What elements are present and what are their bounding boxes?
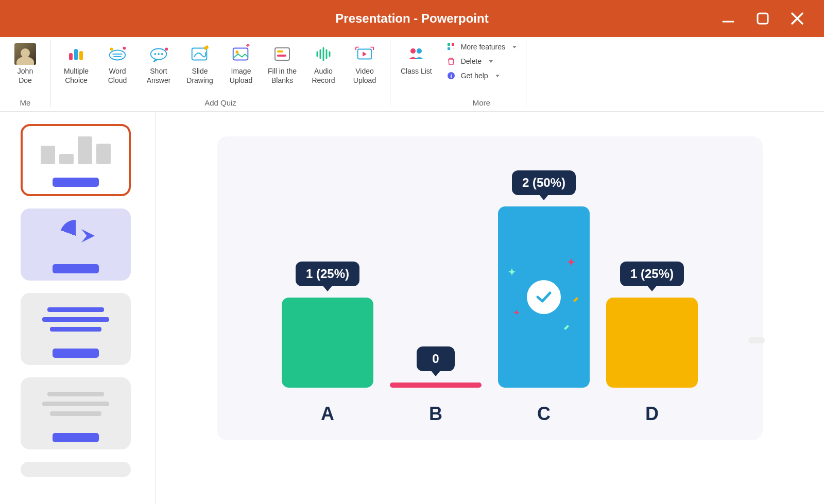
bar-label: D	[645, 403, 659, 425]
more-features-button[interactable]: + More features	[447, 42, 517, 51]
ribbon-group-label-more: More	[447, 98, 517, 109]
bar-tooltip: 2 (50%)	[512, 170, 576, 195]
audio-record-button[interactable]: Audio Record	[307, 41, 339, 87]
svg-rect-5	[74, 49, 78, 60]
ribbon-group-label-me: Me	[9, 98, 41, 109]
get-help-button[interactable]: i Get help	[447, 71, 517, 80]
ribbon-group-label-quiz: Add Quiz	[60, 98, 381, 109]
short-answer-button[interactable]: Short Answer	[143, 41, 175, 87]
chart-bar-b: 0 B	[389, 346, 482, 425]
bar-tooltip: 1 (25%)	[620, 262, 684, 286]
svg-rect-38	[564, 325, 569, 330]
svg-text:+: +	[453, 46, 455, 51]
svg-rect-22	[277, 55, 286, 57]
maximize-button[interactable]	[756, 12, 769, 25]
bar-rect	[282, 298, 373, 388]
video-upload-button[interactable]: Video Upload	[349, 41, 381, 87]
svg-text:i: i	[450, 73, 452, 79]
sparkle-icon	[573, 297, 578, 302]
svg-rect-20	[275, 48, 289, 60]
chevron-down-icon	[495, 75, 500, 77]
sparkle-icon	[508, 268, 516, 275]
slide-drawing-icon	[189, 43, 211, 65]
svg-point-19	[236, 50, 239, 54]
svg-point-14	[158, 53, 160, 55]
more-features-icon: +	[447, 42, 456, 51]
svg-rect-17	[192, 48, 207, 60]
svg-rect-21	[277, 50, 283, 53]
user-profile[interactable]: John Doe	[9, 41, 41, 87]
sparkle-icon	[567, 258, 575, 266]
audio-record-icon	[313, 43, 334, 65]
bar-rect	[390, 383, 482, 388]
chart-bar-c: 2 (50%) C	[497, 170, 590, 425]
svg-point-29	[410, 48, 416, 54]
window-title: Presentation - Powerpoint	[335, 11, 488, 26]
video-upload-icon	[354, 43, 375, 65]
fill-blanks-button[interactable]: Fill in the Blanks	[266, 41, 298, 87]
multiple-choice-icon	[65, 43, 87, 65]
svg-point-16	[165, 48, 168, 51]
slide-thumbnails[interactable]	[0, 112, 156, 504]
bar-label: A	[321, 403, 334, 425]
class-list-button[interactable]: Class List	[400, 41, 433, 78]
slide: 1 (25%) A 0 B 2 (50%)	[217, 136, 763, 440]
chevron-down-icon	[512, 46, 517, 48]
ribbon: John Doe Me Multiple Choice Word Clou	[0, 37, 824, 112]
svg-point-10	[110, 48, 113, 51]
svg-point-11	[123, 47, 126, 50]
image-upload-button[interactable]: Image Upload	[225, 41, 257, 87]
slide-thumbnail-1[interactable]	[21, 124, 131, 196]
multiple-choice-button[interactable]: Multiple Choice	[60, 41, 92, 87]
svg-rect-31	[448, 43, 450, 46]
svg-rect-18	[233, 48, 248, 60]
svg-rect-1	[758, 13, 768, 24]
correct-answer-badge	[527, 280, 561, 314]
image-upload-icon	[230, 43, 252, 65]
svg-point-13	[154, 53, 156, 55]
bar-label: B	[429, 403, 442, 425]
svg-point-7	[110, 50, 126, 60]
titlebar: Presentation - Powerpoint	[0, 0, 824, 37]
sparkle-icon	[513, 309, 520, 316]
svg-point-15	[161, 53, 163, 55]
window-controls	[721, 0, 824, 37]
chart-bar-a: 1 (25%) A	[281, 262, 374, 425]
slide-thumbnail-5[interactable]	[21, 462, 131, 477]
slide-thumbnail-4[interactable]	[21, 377, 131, 449]
trash-icon	[447, 57, 456, 66]
bar-rect	[498, 206, 590, 388]
svg-rect-33	[448, 47, 450, 50]
svg-rect-37	[573, 297, 578, 302]
close-button[interactable]	[790, 11, 804, 26]
slide-canvas: 1 (25%) A 0 B 2 (50%)	[156, 112, 824, 504]
ribbon-group-more: Class List + More features Delete	[390, 37, 526, 111]
class-list-icon	[405, 43, 427, 65]
scroll-handle[interactable]	[748, 337, 765, 343]
avatar-icon	[14, 43, 36, 65]
svg-rect-6	[79, 51, 83, 60]
ribbon-separator	[526, 40, 526, 107]
minimize-button[interactable]	[721, 11, 735, 26]
svg-point-30	[417, 48, 422, 54]
bar-label: C	[537, 403, 551, 425]
bar-tooltip: 0	[417, 346, 454, 371]
app-window: Presentation - Powerpoint John Doe Me	[0, 0, 824, 504]
ribbon-group-quiz: Multiple Choice Word Cloud Short Answer	[51, 37, 390, 111]
word-cloud-button[interactable]: Word Cloud	[101, 41, 133, 87]
chart-bar-d: 1 (25%) D	[606, 262, 698, 425]
ribbon-group-me: John Doe Me	[0, 37, 50, 111]
delete-button[interactable]: Delete	[447, 57, 517, 66]
slide-thumbnail-3[interactable]	[21, 293, 131, 365]
slide-thumbnail-2[interactable]	[21, 208, 131, 281]
bar-rect	[606, 298, 698, 388]
body: 1 (25%) A 0 B 2 (50%)	[0, 112, 824, 504]
info-icon: i	[447, 71, 456, 80]
word-cloud-icon	[107, 43, 128, 65]
chevron-down-icon	[489, 60, 493, 63]
short-answer-icon	[148, 43, 169, 65]
bar-tooltip: 1 (25%)	[296, 262, 359, 286]
svg-rect-4	[69, 53, 73, 60]
fill-blanks-icon	[271, 43, 293, 65]
slide-drawing-button[interactable]: Slide Drawing	[184, 41, 216, 87]
